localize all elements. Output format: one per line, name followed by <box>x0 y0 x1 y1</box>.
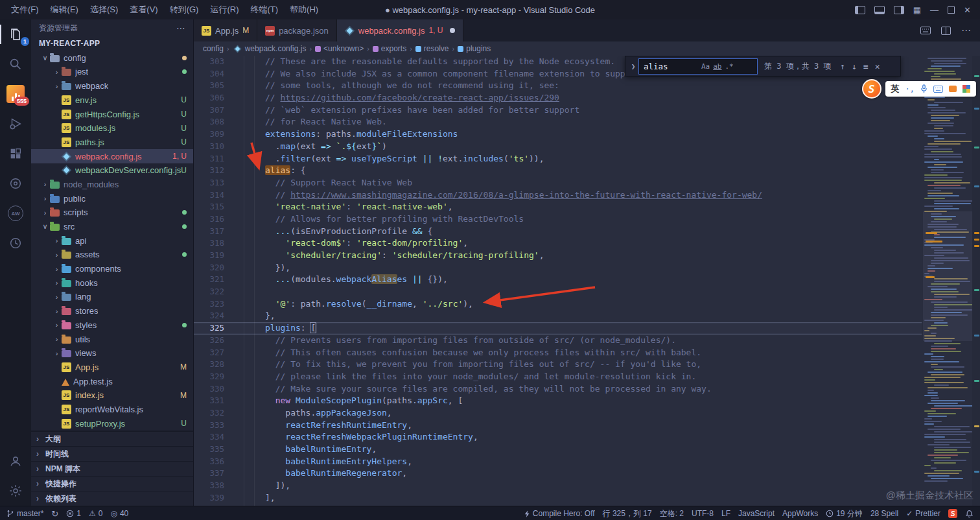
line-number[interactable]: 308 <box>194 116 224 128</box>
ime-skin-icon[interactable] <box>962 85 970 93</box>
status-appworks[interactable]: AppWorks <box>782 509 818 518</box>
line-number[interactable]: 329 <box>194 371 224 383</box>
tree-item-scripts[interactable]: ›scripts <box>31 206 193 220</box>
tab-App.js[interactable]: JSApp.jsM <box>194 19 257 41</box>
ime-toolbox-icon[interactable] <box>949 86 957 92</box>
tree-item-hooks[interactable]: ›hooks <box>31 276 193 290</box>
menu-item[interactable]: 选择(S) <box>84 0 124 19</box>
code-line-328[interactable]: 328 // To fix this, we prevent you from … <box>194 359 922 371</box>
line-number[interactable]: 307 <box>194 104 224 117</box>
code-line-311[interactable]: 311 .filter(ext => useTypeScript || !ext… <box>194 153 922 165</box>
menu-item[interactable]: 查看(V) <box>124 0 163 19</box>
line-number[interactable]: 334 <box>194 431 224 443</box>
more-actions-icon[interactable]: ⋯ <box>961 25 971 36</box>
line-number[interactable]: 315 <box>194 201 224 213</box>
find-previous-icon[interactable]: ↑ <box>837 62 848 71</box>
panel-NPM 脚本[interactable]: ›NPM 脚本 <box>31 461 193 476</box>
status-counter-40[interactable]: ◎40 <box>110 509 128 518</box>
tree-item-paths.js[interactable]: JSpaths.jsU <box>31 136 193 150</box>
tree-item-env.js[interactable]: JSenv.jsU <box>31 93 193 108</box>
menu-item[interactable]: 编辑(E) <box>45 0 84 19</box>
line-number[interactable]: 333 <box>194 420 224 432</box>
code-line-306[interactable]: 306// https://github.com/facebook/create… <box>194 92 922 104</box>
line-number[interactable]: 306 <box>194 92 224 104</box>
run-debug-icon[interactable] <box>0 109 31 139</box>
code-line-324[interactable]: 324}, <box>194 310 922 322</box>
tree-item-assets[interactable]: ›assets <box>31 248 193 262</box>
minimize-button[interactable]: — <box>930 6 939 14</box>
remote-explorer-icon[interactable] <box>0 169 31 198</box>
line-number[interactable]: 323 <box>194 298 224 311</box>
code-line-312[interactable]: 312alias: { <box>194 165 922 177</box>
panel-快捷操作[interactable]: ›快捷操作 <box>31 476 193 491</box>
line-number[interactable]: 304 <box>194 68 224 80</box>
menu-item[interactable]: 文件(F) <box>5 0 45 19</box>
explorer-icon[interactable]: 1 <box>0 19 31 49</box>
tree-item-stores[interactable]: ›stores <box>31 304 193 318</box>
breadcrumb-item[interactable]: exports <box>373 44 406 53</box>
line-number[interactable]: 326 <box>194 335 224 347</box>
code-line-330[interactable]: 330 // Make sure your source files are c… <box>194 383 922 396</box>
status-spell-checker[interactable]: 28 Spell <box>870 509 898 518</box>
line-number[interactable]: 327 <box>194 347 224 359</box>
line-number[interactable]: 328 <box>194 359 224 371</box>
toggle-panel-icon[interactable] <box>874 6 885 14</box>
toggle-replace-icon[interactable]: ❯ <box>629 62 637 71</box>
code-line-317[interactable]: 317 ...(isEnvProductionProfile && { <box>194 226 922 238</box>
line-number[interactable]: 320 <box>194 262 224 274</box>
code-line-309[interactable]: 309extensions: paths.moduleFileExtension… <box>194 128 922 141</box>
ime-language-toggle[interactable]: 英 <box>891 83 900 95</box>
line-number[interactable]: 305 <box>194 80 224 92</box>
customize-layout-icon[interactable]: ▦ <box>913 6 921 14</box>
code-line-313[interactable]: 313 // Support React Native Web <box>194 177 922 189</box>
line-number[interactable]: 336 <box>194 456 224 468</box>
status-prettier[interactable]: ✓Prettier <box>906 509 940 518</box>
status-time-tracker[interactable]: 19 分钟 <box>826 508 863 519</box>
minimap[interactable] <box>923 56 972 506</box>
line-number[interactable]: 322 <box>194 286 224 298</box>
menu-item[interactable]: 转到(G) <box>164 0 205 19</box>
breadcrumb-item[interactable]: webpack.config.js <box>233 44 307 54</box>
tree-item-index.js[interactable]: JSindex.jsM <box>31 388 193 403</box>
history-icon[interactable] <box>0 228 31 258</box>
code-line-329[interactable]: 329 // please link the files into your n… <box>194 371 922 383</box>
status-cursor-position[interactable]: 行 325，列 17 <box>603 508 652 519</box>
tree-item-config[interactable]: ∨config <box>31 51 193 65</box>
close-button[interactable]: ✕ <box>964 6 971 14</box>
settings-gear-icon[interactable] <box>0 476 31 506</box>
sogou-logo-icon[interactable]: S <box>862 79 881 99</box>
keyboard-icon[interactable] <box>920 27 931 34</box>
code-line-314[interactable]: 314 // https://www.smashingmagazine.com/… <box>194 189 922 202</box>
tree-item-App.test.js[interactable]: App.test.js <box>31 374 193 388</box>
tree-item-lang[interactable]: ›lang <box>31 290 193 304</box>
status-eol[interactable]: LF <box>721 509 730 518</box>
tree-item-utils[interactable]: ›utils <box>31 332 193 346</box>
breadcrumb-item[interactable]: plugins <box>458 44 491 53</box>
tree-item-webpackDevServer.config.js[interactable]: webpackDevServer.config.jsU <box>31 163 193 178</box>
project-root[interactable]: MY-REACT-APP <box>31 36 193 51</box>
code-line-326[interactable]: 326 // Prevents users from importing fil… <box>194 335 922 347</box>
panel-大纲[interactable]: ›大纲 <box>31 431 193 446</box>
code-line-327[interactable]: 327 // This often causes confusion becau… <box>194 347 922 359</box>
code-line-323[interactable]: 323 '@': path.resolve(__dirname, '../src… <box>194 298 922 311</box>
line-number[interactable]: 313 <box>194 177 224 189</box>
line-number[interactable]: 338 <box>194 480 224 492</box>
find-input[interactable] <box>642 61 698 72</box>
status-git-branch[interactable]: master* <box>6 509 43 518</box>
status-errors[interactable]: 1 <box>66 509 81 518</box>
code-line-338[interactable]: 338 ]), <box>194 480 922 492</box>
code-line-320[interactable]: 320 }), <box>194 262 922 274</box>
line-number[interactable]: 314 <box>194 189 224 202</box>
code-line-339[interactable]: 339], <box>194 492 922 504</box>
regex-icon[interactable]: .* <box>725 62 734 71</box>
code-line-310[interactable]: 310 .map(ext => `.${ext}`) <box>194 141 922 153</box>
find-next-icon[interactable]: ↓ <box>849 62 859 71</box>
tree-item-reportWebVitals.js[interactable]: JSreportWebVitals.js <box>31 403 193 417</box>
tree-item-styles[interactable]: ›styles <box>31 318 193 333</box>
code-line-307[interactable]: 307// `web` extension prefixes have been… <box>194 104 922 117</box>
tree-item-App.js[interactable]: JSApp.jsM <box>31 360 193 375</box>
stock-plugin-icon[interactable]: 555 <box>0 79 31 109</box>
code-line-322[interactable]: 322 <box>194 286 922 298</box>
line-number[interactable]: 325 <box>194 322 224 335</box>
status-sync[interactable]: ↻ <box>51 509 58 519</box>
